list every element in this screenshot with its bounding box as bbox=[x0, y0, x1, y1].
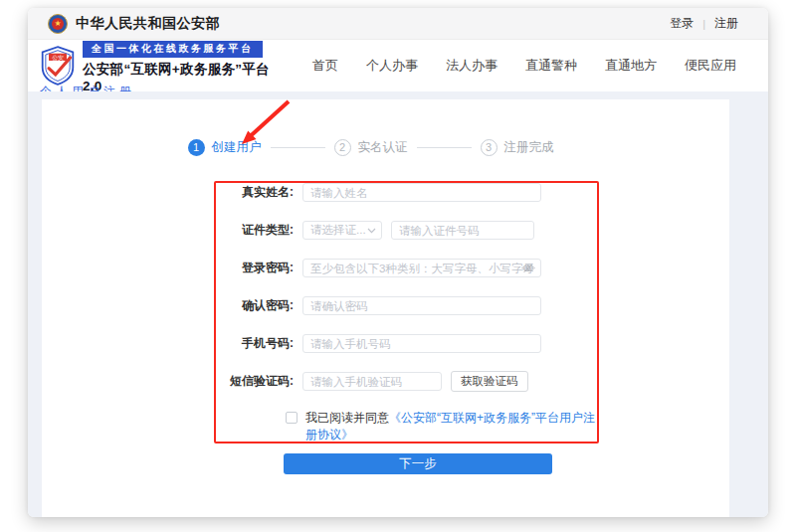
eye-off-icon[interactable] bbox=[521, 263, 535, 273]
get-sms-code-button[interactable]: 获取验证码 bbox=[451, 371, 528, 392]
step-connector bbox=[417, 147, 472, 148]
mobile-label: 手机号码: bbox=[206, 335, 294, 352]
real-name-label: 真实姓名: bbox=[206, 184, 294, 201]
nav-home[interactable]: 首页 bbox=[312, 57, 338, 75]
agreement-checkbox[interactable] bbox=[286, 412, 298, 424]
sms-code-label: 短信验证码: bbox=[206, 373, 294, 390]
cert-number-input[interactable] bbox=[391, 221, 534, 240]
login-link[interactable]: 登录 bbox=[670, 15, 694, 32]
content-area: 1 创建用户 2 实名认证 3 注册完成 真实姓名: bbox=[28, 91, 768, 517]
site-header: 公安 全国一体化在线政务服务平台 公安部“互联网+政务服务”平台 2.0 首页 … bbox=[28, 40, 768, 91]
step-3-circle: 3 bbox=[481, 139, 498, 156]
confirm-password-label: 确认密码: bbox=[206, 297, 294, 314]
main-nav: 首页 个人办事 法人办事 直通警种 直通地方 便民应用 bbox=[285, 57, 736, 75]
agreement-row: 我已阅读并同意《公安部“互联网+政务服务”平台用户注册协议》 bbox=[286, 410, 600, 443]
nav-local-access[interactable]: 直通地方 bbox=[605, 57, 657, 75]
confirm-password-input[interactable] bbox=[302, 296, 541, 315]
register-link[interactable]: 注册 bbox=[714, 15, 738, 32]
nav-personal-services[interactable]: 个人办事 bbox=[366, 57, 418, 75]
sms-code-input[interactable] bbox=[302, 372, 442, 391]
nav-convenience-apps[interactable]: 便民应用 bbox=[685, 57, 736, 75]
form-row-cert-type: 证件类型: 请选择证... bbox=[42, 221, 729, 240]
step-create-user: 1 创建用户 bbox=[188, 139, 262, 156]
agreement-prefix: 我已阅读并同意 bbox=[305, 411, 389, 425]
site-title: 中华人民共和国公安部 bbox=[76, 15, 220, 33]
form-row-password: 登录密码: bbox=[42, 259, 729, 277]
cert-type-label: 证件类型: bbox=[206, 222, 294, 239]
form-row-confirm-password: 确认密码: bbox=[42, 296, 729, 315]
password-input[interactable] bbox=[302, 259, 541, 277]
form-row-sms-code: 短信验证码: 获取验证码 bbox=[42, 372, 729, 391]
registration-card: 1 创建用户 2 实名认证 3 注册完成 真实姓名: bbox=[42, 99, 729, 517]
step-connector bbox=[271, 147, 325, 148]
cert-type-select[interactable]: 请选择证... bbox=[302, 221, 382, 240]
gov-topbar: ★ 中华人民共和国公安部 登录 | 注册 bbox=[28, 8, 768, 40]
national-emblem-icon: ★ bbox=[48, 14, 68, 34]
form-row-mobile: 手机号码: bbox=[42, 334, 729, 353]
svg-text:公安: 公安 bbox=[52, 55, 64, 61]
mobile-input[interactable] bbox=[302, 334, 541, 353]
real-name-input[interactable] bbox=[302, 183, 541, 202]
link-separator: | bbox=[702, 18, 705, 30]
registration-stepper: 1 创建用户 2 实名认证 3 注册完成 bbox=[42, 139, 699, 156]
police-shield-icon: 公安 bbox=[40, 45, 76, 87]
chevron-down-icon bbox=[367, 228, 376, 234]
national-platform-banner: 全国一体化在线政务服务平台 bbox=[83, 41, 263, 58]
step-2-circle: 2 bbox=[334, 139, 351, 156]
registration-form: 真实姓名: 证件类型: 请选择证... 登录密码: bbox=[42, 183, 729, 474]
next-step-button[interactable]: 下一步 bbox=[284, 453, 552, 474]
step-identity-verification: 2 实名认证 bbox=[334, 139, 408, 156]
nav-police-categories[interactable]: 直通警种 bbox=[525, 57, 577, 75]
browser-page: ★ 中华人民共和国公安部 登录 | 注册 公安 全国一体化在线政务服务平台 公安… bbox=[28, 8, 768, 517]
step-1-circle: 1 bbox=[188, 139, 205, 156]
step-registration-complete: 3 注册完成 bbox=[481, 139, 554, 156]
clipped-register-tab[interactable]: 个人用户注册 bbox=[40, 85, 135, 91]
nav-legal-entity-services[interactable]: 法人办事 bbox=[446, 57, 498, 75]
form-row-real-name: 真实姓名: bbox=[42, 183, 729, 202]
password-label: 登录密码: bbox=[206, 260, 294, 276]
